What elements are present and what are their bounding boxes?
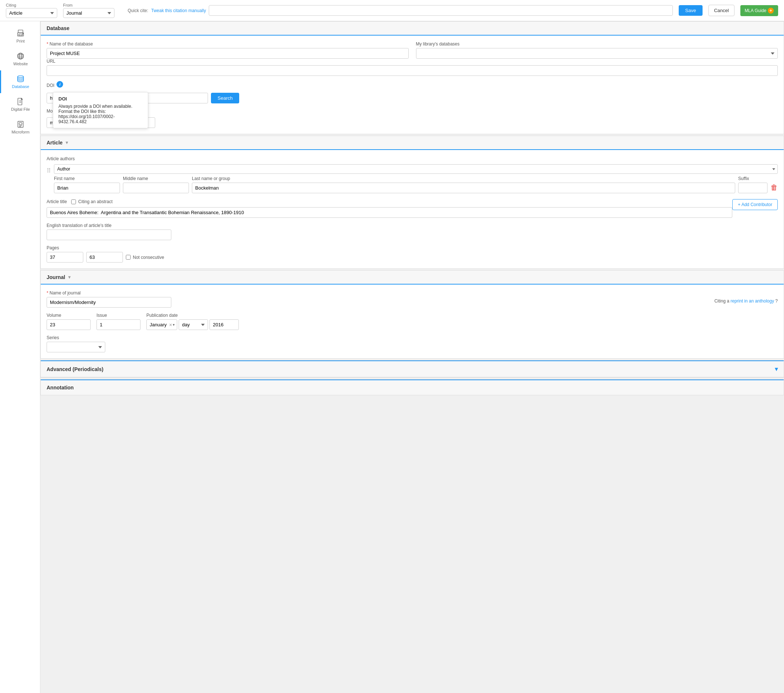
citing-abstract-label[interactable]: Citing an abstract (71, 199, 112, 204)
authors-label: Article authors (46, 156, 75, 161)
top-bar: Citing Article From Journal Quick cite: … (0, 0, 784, 21)
svg-rect-0 (18, 30, 23, 33)
url-group: URL (46, 59, 778, 76)
citing-label: Citing (6, 3, 57, 7)
my-libraries-group: My library's databases (416, 41, 778, 59)
sidebar-label-print: Print (16, 39, 25, 43)
quick-cite-area: Quick cite: Tweak this citation manually (128, 5, 673, 16)
sidebar-label-digital-file: Digital File (11, 107, 30, 112)
pages-group: Pages Not consecutive (46, 245, 778, 263)
issue-input[interactable] (97, 319, 140, 330)
article-section: Article ▾ Article authors ⠿ Author (40, 136, 784, 269)
article-section-title: Article (46, 140, 63, 146)
svg-rect-14 (19, 123, 21, 125)
suffix-label: Suffix (738, 176, 768, 181)
cancel-button[interactable]: Cancel (708, 5, 734, 16)
journal-section: Journal ▾ Name of journal Citing a repri… (40, 270, 784, 359)
article-chevron-icon: ▾ (66, 140, 68, 145)
svg-point-3 (23, 33, 23, 34)
not-consecutive-checkbox[interactable] (126, 255, 131, 259)
middle-name-input[interactable] (123, 182, 189, 193)
sidebar-label-database: Database (12, 84, 29, 89)
volume-input[interactable] (46, 319, 91, 330)
sidebar: Print Website Database (0, 21, 40, 693)
doi-label: DOI (46, 83, 54, 88)
sidebar-item-digital-file[interactable]: Digital File (0, 93, 40, 116)
middle-name-label: Middle name (123, 176, 189, 181)
db-name-group: Name of the database (46, 41, 409, 59)
db-name-input[interactable] (46, 48, 409, 59)
from-select[interactable]: Journal (63, 8, 114, 18)
pub-day-select[interactable]: day (179, 319, 208, 330)
series-select[interactable] (46, 342, 105, 352)
content-area: Database Name of the database My library… (40, 21, 784, 693)
pages-label: Pages (46, 245, 778, 250)
annotation-section: Annotation (40, 379, 784, 395)
advanced-section-header[interactable]: Advanced (Periodicals) ▾ (41, 360, 784, 377)
annotation-section-header: Annotation (41, 379, 784, 395)
pages-row: Not consecutive (46, 252, 778, 263)
doi-tooltip-container: i DOI Always provide a DOI when availabl… (56, 81, 63, 90)
middle-name-group: Middle name (123, 176, 189, 193)
issue-label: Issue (97, 313, 140, 318)
advanced-chevron-icon: ▾ (775, 366, 778, 373)
first-name-group: First name (54, 176, 120, 193)
date-row: month monthJanuaryFebruaryMarchAprilMayJ… (46, 117, 778, 128)
database-section-body: Name of the database My library's databa… (41, 36, 784, 134)
journal-section-title: Journal (46, 274, 65, 280)
database-section-title: Database (46, 25, 69, 31)
doi-tooltip-title: DOI (58, 96, 143, 102)
search-button[interactable]: Search (211, 93, 239, 103)
citing-group: Citing Article (6, 3, 57, 18)
sidebar-item-print[interactable]: Print (0, 25, 40, 48)
quick-cite-link[interactable]: Tweak this citation manually (151, 8, 206, 13)
article-title-input[interactable] (46, 207, 732, 218)
quick-cite-label: Quick cite: (128, 8, 148, 13)
author-fields-wrapper: Author First name Middle name (54, 164, 778, 193)
volume-label: Volume (46, 313, 91, 318)
database-icon (16, 75, 25, 83)
delete-author-button[interactable]: 🗑 (771, 183, 778, 193)
quick-cite-input[interactable] (209, 5, 672, 16)
author-type-select[interactable]: Author (54, 164, 778, 174)
reprint-link[interactable]: reprint in an anthology (730, 299, 774, 304)
advanced-section-title: Advanced (Periodicals) (46, 366, 104, 372)
url-input[interactable] (46, 65, 778, 76)
db-name-row: Name of the database My library's databa… (46, 41, 778, 59)
page-end-input[interactable] (86, 252, 123, 263)
drag-handle-icon[interactable]: ⠿ (46, 164, 51, 174)
article-title-group: Article title Citing an abstract (46, 199, 732, 218)
doi-info-icon[interactable]: i (56, 81, 63, 88)
citing-abstract-checkbox[interactable] (71, 199, 76, 204)
journal-chevron-icon: ▾ (68, 275, 71, 280)
last-name-input[interactable] (192, 182, 735, 193)
save-button[interactable]: Save (679, 5, 703, 16)
db-name-label: Name of the database (46, 41, 409, 46)
pub-month-clear-button[interactable]: × (168, 322, 173, 328)
mla-plus-icon: + (768, 8, 774, 13)
citing-select[interactable]: Article (6, 8, 57, 18)
series-label: Series (46, 335, 778, 340)
my-libraries-select[interactable] (416, 48, 778, 59)
english-translation-input[interactable] (46, 230, 171, 240)
page-start-input[interactable] (46, 252, 83, 263)
last-name-label: Last name or group (192, 176, 735, 181)
mla-guide-button[interactable]: MLA Guide + (740, 5, 778, 16)
article-section-header: Article ▾ (41, 136, 784, 150)
pub-year-input[interactable] (209, 319, 239, 330)
main-layout: Print Website Database (0, 21, 784, 693)
sidebar-item-database[interactable]: Database (0, 71, 40, 93)
suffix-input[interactable] (738, 182, 768, 193)
journal-name-input[interactable] (46, 297, 171, 308)
sidebar-item-microform[interactable]: Microform (0, 116, 40, 139)
first-name-input[interactable] (54, 182, 120, 193)
sidebar-label-website: Website (13, 62, 28, 66)
database-section-header: Database (41, 21, 784, 36)
from-group: From Journal (63, 3, 114, 18)
pub-month-select[interactable]: January (147, 320, 168, 330)
add-contributor-button[interactable]: + Add Contributor (732, 199, 778, 210)
sidebar-item-website[interactable]: Website (0, 48, 40, 71)
my-libraries-label: My library's databases (416, 41, 778, 46)
not-consecutive-label[interactable]: Not consecutive (126, 255, 164, 260)
url-label: URL (46, 59, 778, 64)
